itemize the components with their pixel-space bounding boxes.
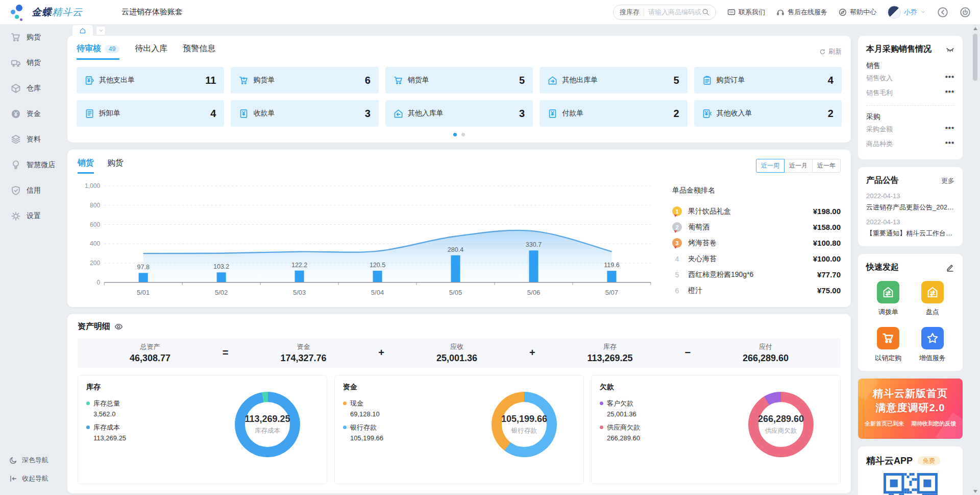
ranking-amount: ¥198.00 — [813, 207, 841, 216]
pending-tab-2[interactable]: 预警信息 — [183, 43, 215, 60]
navlink-label[interactable]: 联系我们 — [739, 8, 765, 17]
range-button-1[interactable]: 近一月 — [784, 159, 813, 173]
home-tab[interactable] — [72, 25, 93, 36]
carousel-dot-1[interactable] — [453, 133, 457, 136]
ranking-row[interactable]: 5西红柿意粉酱190g*6¥77.70 — [672, 267, 841, 282]
search-scope-label[interactable]: 搜库存 — [620, 8, 640, 17]
search-icon[interactable] — [702, 8, 709, 16]
summary-operator: + — [378, 347, 384, 359]
ranking-row[interactable]: 6橙汁¥75.00 — [672, 282, 841, 298]
announcement-item[interactable]: 2022-04-13【重要通知】精斗云工作台域... — [866, 218, 954, 238]
announcement-text[interactable]: 云进销存产品更新公告_20220... — [866, 203, 954, 212]
trend-chart[interactable]: 02004006008001,00097.8103.2122.2120.5280… — [78, 179, 659, 303]
sidebar-item-purchase[interactable]: 购货 — [0, 25, 61, 50]
pending-card-label: 其他支出单 — [99, 76, 135, 85]
eye-closed-icon[interactable] — [946, 45, 954, 54]
trend-tab-1[interactable]: 购货 — [107, 158, 124, 174]
month-row-value: *** — [945, 140, 954, 148]
survey-banner[interactable]: 精斗云新版首页 满意度调研2.0 全新首页已到来期待收到您的反馈 — [858, 379, 963, 439]
month-row-label: 商品种类 — [866, 139, 893, 149]
month-row-value: *** — [945, 89, 954, 97]
donut-chart: 266,289.60供应商欠款 — [748, 392, 814, 457]
announcements-panel: 产品公告 更多 2022-04-13云进销存产品更新公告_20220...202… — [858, 167, 963, 246]
pending-card-payment[interactable]: 付款单2 — [540, 100, 687, 127]
pending-card-other-expense[interactable]: 其他支出单11 — [77, 67, 224, 93]
pending-card-other-outbound[interactable]: 其他出库单5 — [540, 67, 687, 93]
pending-card-count: 2 — [828, 108, 834, 120]
navlink-help-center[interactable]: 帮助中心 — [839, 8, 876, 17]
pending-card-count: 2 — [673, 108, 679, 120]
pending-card-other-inbound[interactable]: 其他入库单3 — [385, 100, 533, 127]
navlink-after-sales[interactable]: 售后在线服务 — [776, 8, 827, 17]
pending-tab-badge: 49 — [105, 45, 119, 53]
pending-card-disassembly[interactable]: 拆卸单4 — [77, 100, 224, 127]
eye-icon[interactable] — [114, 322, 123, 331]
avatar[interactable] — [888, 6, 901, 19]
ranking-row[interactable]: 4夹心海苔¥100.00 — [672, 251, 841, 267]
month-row-label: 采购金额 — [866, 125, 893, 134]
navlink-contact[interactable]: 联系我们 — [727, 8, 765, 17]
asset-panel-0: 库存 库存总量3,562.0库存成本113,269.25 113,269.25库… — [78, 375, 327, 484]
svg-text:400: 400 — [90, 240, 100, 247]
sidebar-item-label: 资金 — [27, 109, 41, 119]
ranking-row[interactable]: 3烤海苔卷¥100.80 — [672, 235, 841, 251]
navlink-label[interactable]: 帮助中心 — [850, 8, 876, 17]
announcement-item[interactable]: 2022-04-13云进销存产品更新公告_20220... — [866, 192, 954, 212]
range-button-0[interactable]: 近一周 — [756, 159, 785, 173]
refresh-button[interactable]: 刷新 — [819, 47, 842, 56]
sidebar-item-warehouse[interactable]: 仓库 — [0, 76, 61, 101]
sidebar-item-settings[interactable]: 设置 — [0, 203, 61, 229]
scrollbar-down-button[interactable] — [972, 488, 978, 495]
sidebar-item-credit[interactable]: 信用 — [0, 178, 61, 203]
pending-card-other-income[interactable]: 其他收入单2 — [694, 100, 842, 127]
pencil-icon[interactable] — [946, 263, 954, 272]
ranking-row[interactable]: 2葡萄酒¥158.00 — [672, 219, 841, 235]
pending-card-purchase-order[interactable]: 购货单6 — [231, 67, 378, 93]
logout-button[interactable] — [960, 7, 971, 18]
summary-value: 25,001.36 — [436, 353, 477, 364]
sidebar-item-microstore[interactable]: 智慧微店 — [0, 152, 61, 178]
sidebar-item-funds[interactable]: 资金 — [0, 101, 61, 127]
pending-card-receipt[interactable]: 收款单3 — [231, 100, 378, 127]
quick-action-transfer[interactable]: 调拨单 — [877, 281, 899, 317]
range-button-2[interactable]: 近一年 — [812, 159, 841, 173]
announcements-more-link[interactable]: 更多 — [941, 176, 954, 185]
announcement-text[interactable]: 【重要通知】精斗云工作台域... — [866, 229, 954, 238]
summary-value: 266,289.60 — [743, 353, 789, 364]
ranking-product-name: 果汁饮品礼盒 — [688, 207, 813, 216]
scrollbar-up-button[interactable] — [972, 25, 978, 32]
navlink-label[interactable]: 售后在线服务 — [788, 8, 827, 17]
page-scrollbar[interactable] — [972, 25, 978, 495]
quick-action-stocktake[interactable]: 盘点 — [921, 281, 944, 317]
user-menu[interactable]: 小乔 — [888, 6, 926, 19]
quick-action-value-added[interactable]: 增值服务 — [919, 327, 946, 363]
quick-action-sell-to-buy[interactable]: 以销定购 — [875, 327, 901, 363]
pending-tab-1[interactable]: 待出入库 — [135, 43, 167, 60]
user-name[interactable]: 小乔 — [904, 8, 917, 17]
sidebar-item-sales[interactable]: 销货 — [0, 50, 61, 76]
donut-chart: 113,269.25库存成本 — [235, 392, 300, 457]
ranking-row[interactable]: 1果汁饮品礼盒¥198.00 — [672, 203, 841, 219]
trend-chart-svg: 02004006008001,00097.8103.2122.2120.5280… — [78, 179, 659, 303]
inventory-search[interactable]: 搜库存 — [613, 5, 716, 20]
pending-card-purchase-po[interactable]: 购货订单4 — [694, 67, 842, 93]
legend-label: 银行存款 — [350, 423, 377, 432]
trend-tab-0[interactable]: 销货 — [78, 158, 94, 174]
svg-text:5/02: 5/02 — [215, 289, 228, 296]
sidebar-toggle-collapse-nav[interactable]: 收起导航 — [0, 469, 61, 488]
pending-card-label: 收款单 — [253, 109, 275, 118]
back-button[interactable] — [937, 7, 948, 18]
pending-card-count: 3 — [519, 108, 525, 120]
pending-card-sales-order[interactable]: 销货单5 — [385, 67, 533, 93]
sidebar-toggle-dark-nav[interactable]: 深色导航 — [0, 451, 61, 469]
search-input[interactable] — [648, 8, 702, 16]
scrollbar-thumb[interactable] — [973, 34, 977, 81]
sidebar-item-data[interactable]: 资料 — [0, 127, 61, 152]
pending-card-count: 6 — [365, 75, 371, 86]
legend-label: 现金 — [350, 399, 363, 408]
carousel-dot-2[interactable] — [461, 133, 465, 136]
svg-text:600: 600 — [90, 221, 100, 228]
tab-dropdown-button[interactable] — [96, 27, 105, 35]
pending-tab-0[interactable]: 待审核49 — [77, 43, 119, 60]
legend-dot — [86, 426, 90, 429]
